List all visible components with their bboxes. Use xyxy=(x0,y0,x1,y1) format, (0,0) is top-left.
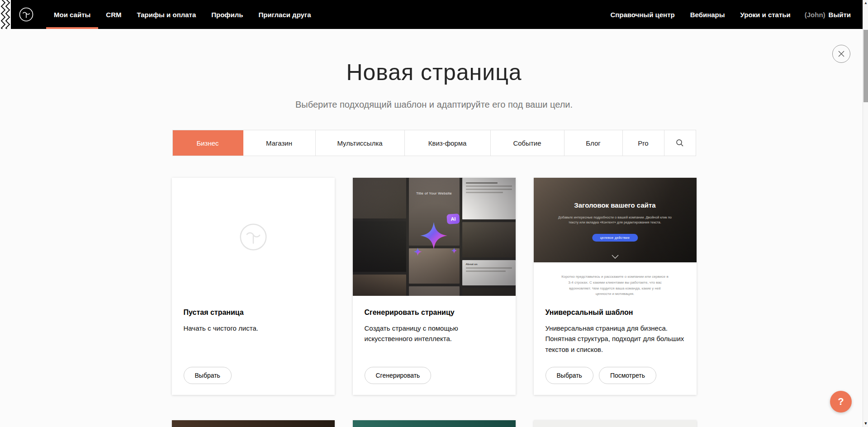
tab-multilink[interactable]: Мультиссылка xyxy=(316,130,405,156)
card-universal-template: Заголовок вашего сайта Добавьте интересн… xyxy=(534,178,697,395)
card-description: Создать страницу с помощью искусственног… xyxy=(365,323,504,344)
tab-pro[interactable]: Pro xyxy=(623,130,664,156)
nav-item-lessons[interactable]: Уроки и статьи xyxy=(733,0,798,29)
search-icon xyxy=(676,139,684,147)
zigzag-pattern-icon xyxy=(0,0,11,29)
template-body-text: Коротко представьтесь и расскажите о ком… xyxy=(561,274,669,296)
card-generate-ai: About us Title of Your Website xyxy=(353,178,516,395)
scroll-down-icon[interactable]: ▼ xyxy=(863,422,868,426)
tilda-logo[interactable] xyxy=(17,5,35,24)
collage-site-title: Title of Your Website xyxy=(353,191,516,195)
help-button[interactable]: ? xyxy=(830,391,852,413)
page-scrollbar[interactable]: ▲ ▼ xyxy=(863,0,868,427)
partial-template-card[interactable] xyxy=(353,420,516,427)
close-button[interactable] xyxy=(832,45,850,63)
nav-item-webinars[interactable]: Вебинары xyxy=(683,0,733,29)
user-block: (John) Выйти xyxy=(798,11,851,19)
navbar-right-menu: Справочный центр Вебинары Уроки и статьи… xyxy=(602,0,851,29)
view-universal-button[interactable]: Посмотреть xyxy=(599,367,656,384)
partial-template-card[interactable] xyxy=(172,420,335,427)
blank-page-preview[interactable] xyxy=(172,178,335,296)
card-actions: Выбрать Посмотреть xyxy=(545,367,685,384)
chevron-down-icon xyxy=(612,255,619,259)
card-title: Универсальный шаблон xyxy=(545,308,685,317)
card-body: Универсальный шаблон Универсальная стран… xyxy=(534,296,697,395)
nav-item-crm[interactable]: CRM xyxy=(98,0,129,29)
card-description: Универсальная страница для бизнеса. Поня… xyxy=(545,323,685,355)
card-actions: Сгенерировать xyxy=(365,367,504,384)
template-category-tabs: Бизнес Магазин Мультиссылка Квиз-форма С… xyxy=(172,130,696,156)
partial-template-card[interactable] xyxy=(534,420,697,427)
collage-tile xyxy=(353,178,406,218)
tilda-logo-icon xyxy=(17,5,35,24)
scroll-up-icon[interactable]: ▲ xyxy=(863,1,868,5)
question-icon: ? xyxy=(838,396,844,408)
tilda-watermark-icon xyxy=(236,219,271,255)
card-body: Пустая страница Начать с чистого листа. … xyxy=(172,296,335,395)
card-actions: Выбрать xyxy=(184,367,323,384)
tab-quiz-form[interactable]: Квиз-форма xyxy=(405,130,491,156)
card-title: Пустая страница xyxy=(184,308,323,317)
nav-item-my-sites[interactable]: Мои сайты xyxy=(46,0,98,29)
select-universal-button[interactable]: Выбрать xyxy=(545,367,593,384)
tab-shop[interactable]: Магазин xyxy=(243,130,316,156)
nav-item-help-center[interactable]: Справочный центр xyxy=(602,0,682,29)
universal-template-preview[interactable]: Заголовок вашего сайта Добавьте интересн… xyxy=(534,178,697,296)
navbar-left-menu: Мои сайты CRM Тарифы и оплата Профиль Пр… xyxy=(46,0,319,29)
ai-sparkle-icon xyxy=(403,212,471,280)
tab-business[interactable]: Бизнес xyxy=(173,130,243,156)
ai-preview-collage[interactable]: About us Title of Your Website xyxy=(353,178,516,296)
template-cta-button: целевое действие xyxy=(592,234,638,242)
template-hero-title: Заголовок вашего сайта xyxy=(534,201,697,209)
next-templates-row xyxy=(172,420,697,427)
user-name: (John) xyxy=(805,11,825,19)
template-hero-subtitle: Добавьте интересные подробности о вашей … xyxy=(556,215,674,225)
template-cards-grid: Пустая страница Начать с чистого листа. … xyxy=(172,178,697,395)
select-blank-button[interactable]: Выбрать xyxy=(184,367,232,384)
tab-blog[interactable]: Блог xyxy=(564,130,623,156)
ai-badge: AI xyxy=(446,214,460,224)
collage-tile xyxy=(353,275,406,296)
template-hero: Заголовок вашего сайта Добавьте интересн… xyxy=(534,178,697,262)
card-description: Начать с чистого листа. xyxy=(184,323,323,333)
logout-link[interactable]: Выйти xyxy=(829,11,851,19)
generate-button[interactable]: Сгенерировать xyxy=(365,367,432,384)
about-us-label: About us xyxy=(466,263,512,266)
tab-search[interactable] xyxy=(664,130,696,156)
card-blank-page: Пустая страница Начать с чистого листа. … xyxy=(172,178,335,395)
page-subtitle: Выберите подходящий шаблон и адаптируйте… xyxy=(0,100,868,110)
zigzag-decoration xyxy=(0,0,11,29)
tab-event[interactable]: Событие xyxy=(491,130,564,156)
nav-item-profile[interactable]: Профиль xyxy=(204,0,251,29)
collage-tile xyxy=(409,286,460,296)
card-body: Сгенерировать страницу Создать страницу … xyxy=(353,296,516,395)
page-title: Новая страница xyxy=(0,60,868,85)
collage-tile xyxy=(353,221,406,272)
nav-item-invite-friend[interactable]: Пригласи друга xyxy=(251,0,318,29)
close-icon xyxy=(838,50,845,57)
card-title: Сгенерировать страницу xyxy=(365,308,504,317)
new-page-dialog: Новая страница Выберите подходящий шабло… xyxy=(0,60,868,427)
nav-item-tariffs[interactable]: Тарифы и оплата xyxy=(129,0,204,29)
collage-tile xyxy=(462,288,516,296)
scrollbar-thumb[interactable] xyxy=(863,30,868,102)
top-navbar: Мои сайты CRM Тарифы и оплата Профиль Пр… xyxy=(11,0,863,29)
